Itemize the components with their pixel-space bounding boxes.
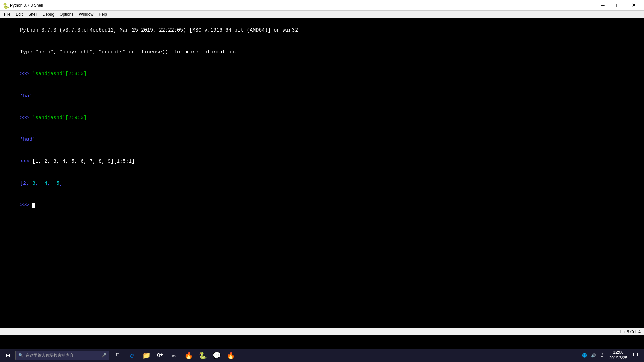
out3-n3: 5 <box>56 181 59 186</box>
shell-cmd2-line: >>> 'sahdjashd'[2:9:3] <box>2 107 642 129</box>
store-icon: 🛍 <box>157 351 164 359</box>
taskbar-app1[interactable]: 🔥 <box>182 349 195 362</box>
search-icon: 🔍 <box>18 353 23 358</box>
fire2-icon: 🔥 <box>227 351 235 360</box>
menu-bar: File Edit Shell Debug Options Window Hel… <box>0 11 644 18</box>
menu-edit[interactable]: Edit <box>13 11 25 17</box>
shell-header-line1: Python 3.7.3 (v3.7.3:ef4ec6ed12, Mar 25 … <box>2 19 642 41</box>
network-icon[interactable]: 🌐 <box>581 352 588 358</box>
out3-comma2: , <box>47 181 56 186</box>
menu-help[interactable]: Help <box>96 11 110 17</box>
title-bar-left: 🐍 Python 3.7.3 Shell <box>3 3 43 8</box>
minimize-button[interactable]: ─ <box>595 0 610 11</box>
taskbar-edge[interactable]: ℯ <box>125 349 139 362</box>
maximize-button[interactable]: □ <box>610 0 626 11</box>
taskbar-app2[interactable]: 🔥 <box>224 349 237 362</box>
out3-comma1: , <box>35 181 44 186</box>
cmd1-code: 'sahdjashd'[2:8:3] <box>32 71 87 77</box>
cmd3-code: [1, 2, 3, 4, 5, 6, 7, 8, 9][1:5:1] <box>32 159 135 164</box>
menu-debug[interactable]: Debug <box>40 11 57 17</box>
menu-window[interactable]: Window <box>76 11 96 17</box>
shell-wrapper: Python 3.7.3 (v3.7.3:ef4ec6ed12, Mar 25 … <box>0 18 644 349</box>
prompt3: >>> <box>20 159 32 164</box>
shell-content[interactable]: Python 3.7.3 (v3.7.3:ef4ec6ed12, Mar 25 … <box>0 18 644 349</box>
taskbar-python[interactable]: 🐍 <box>196 349 209 362</box>
python-icon: 🐍 <box>3 3 8 8</box>
shell-header-line2: Type "help", "copyright", "credits" or "… <box>2 41 642 63</box>
shell-cmd1-line: >>> 'sahdjashd'[2:8:3] <box>2 63 642 85</box>
taskbar-store[interactable]: 🛍 <box>154 349 167 362</box>
out3-close: ] <box>59 181 62 186</box>
out3-n2: 4 <box>44 181 47 186</box>
shell-out2: 'had' <box>2 129 642 150</box>
out3-n1: 3 <box>32 181 35 186</box>
multitask-icon: ⧉ <box>116 352 120 359</box>
window-title: Python 3.7.3 Shell <box>10 3 43 8</box>
volume-icon[interactable]: 🔊 <box>590 352 597 358</box>
notification-icon[interactable]: 🗨 <box>631 352 640 359</box>
menu-shell[interactable]: Shell <box>25 11 40 17</box>
wechat-icon: 💬 <box>213 351 221 360</box>
explorer-icon: 📁 <box>142 351 151 360</box>
prompt-final: >>> <box>20 202 32 208</box>
status-bar: Ln: 9 Col: 4 <box>0 328 644 335</box>
taskbar-wechat[interactable]: 💬 <box>210 349 223 362</box>
taskbar-clock[interactable]: 12:06 2019/6/25 <box>607 350 630 361</box>
shell-out3: [2, 3, 4, 5] <box>2 173 642 194</box>
taskbar-right: 🌐 🔊 英 12:06 2019/6/25 🗨 <box>581 350 643 361</box>
window-controls: ─ □ ✕ <box>595 0 641 11</box>
close-button[interactable]: ✕ <box>626 0 641 11</box>
taskbar-search[interactable]: 🔍 在这里输入你要搜索的内容 🎤 <box>15 351 109 360</box>
start-button[interactable]: ⊞ <box>1 349 15 362</box>
menu-file[interactable]: File <box>1 11 13 17</box>
shell-cmd3-line: >>> [1, 2, 3, 4, 5, 6, 7, 8, 9][1:5:1] <box>2 151 642 173</box>
taskbar-multitask[interactable]: ⧉ <box>111 349 125 362</box>
cmd2-code: 'sahdjashd'[2:9:3] <box>32 115 87 121</box>
prompt1: >>> <box>20 71 32 77</box>
taskbar-apps: ⧉ ℯ 📁 🛍 ✉ 🔥 🐍 💬 🔥 <box>111 349 237 362</box>
cursor <box>32 203 35 208</box>
fire1-icon: 🔥 <box>184 351 193 360</box>
taskbar-mail[interactable]: ✉ <box>168 349 181 362</box>
mail-icon: ✉ <box>172 351 176 360</box>
start-icon: ⊞ <box>6 351 10 360</box>
mic-icon: 🎤 <box>101 353 106 358</box>
out3-open: [2, <box>20 181 32 186</box>
prompt2: >>> <box>20 115 32 121</box>
title-bar: 🐍 Python 3.7.3 Shell ─ □ ✕ <box>0 0 644 11</box>
menu-options[interactable]: Options <box>57 11 76 17</box>
position-indicator: Ln: 9 Col: 4 <box>620 329 641 334</box>
python-taskbar-icon: 🐍 <box>199 351 207 360</box>
language-indicator[interactable]: 英 <box>599 352 605 359</box>
clock-date: 2019/6/25 <box>609 355 627 361</box>
taskbar: ⊞ 🔍 在这里输入你要搜索的内容 🎤 ⧉ ℯ 📁 🛍 ✉ 🔥 🐍 💬 <box>0 349 644 362</box>
edge-icon: ℯ <box>130 351 134 360</box>
shell-final-prompt[interactable]: >>> <box>2 194 642 216</box>
shell-out1: 'ha' <box>2 85 642 107</box>
search-placeholder: 在这里输入你要搜索的内容 <box>25 353 74 358</box>
clock-time: 12:06 <box>609 350 627 355</box>
taskbar-explorer[interactable]: 📁 <box>140 349 153 362</box>
